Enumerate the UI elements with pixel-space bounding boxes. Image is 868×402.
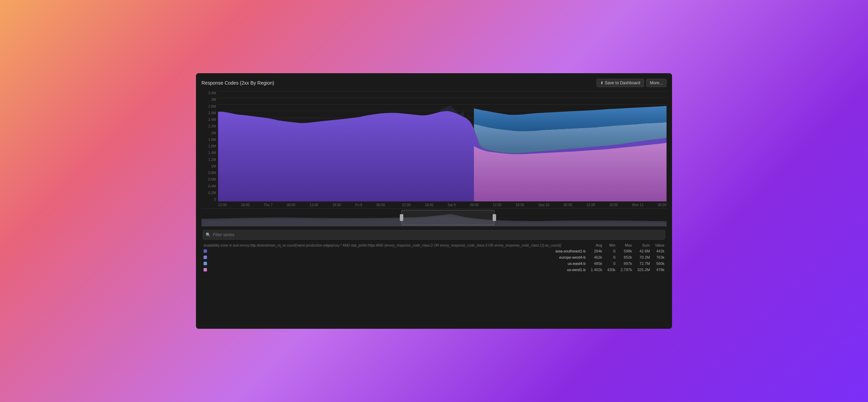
series-avg: 485k — [588, 260, 604, 267]
series-color-swatch — [204, 268, 207, 271]
filter-area: 🔍 — [201, 227, 667, 242]
series-color-cell — [201, 254, 209, 260]
legend-table: availability-zone in sum:envoy.http.down… — [201, 242, 667, 273]
save-icon: ⬆ — [600, 81, 603, 85]
series-value: 560k — [652, 260, 667, 267]
series-sum: 70.2M — [634, 254, 652, 260]
series-max: 852k — [618, 254, 634, 260]
series-max: 2.797k — [618, 267, 634, 273]
series-value: 478k — [652, 267, 667, 273]
series-value: 442k — [652, 248, 667, 254]
series-max: 897k — [618, 260, 634, 267]
series-color-cell — [201, 260, 209, 267]
series-min: 0 — [604, 254, 618, 260]
minimap-area[interactable] — [201, 209, 667, 227]
table-row: us-west1-b 1.402k 430k 2.797k 325.2M 478… — [201, 267, 667, 273]
series-min: 0 — [604, 248, 618, 254]
table-row: europe-west4-b 462k 0 852k 70.2M 763k — [201, 254, 667, 260]
col-min: Min — [604, 242, 618, 248]
chart-svg — [218, 91, 667, 201]
series-name[interactable]: us-east4-b — [209, 260, 588, 267]
y-axis: 3.4M 3M 2.8M 2.6M 2.4M 2.2M 2M 1.8M 1.6M… — [201, 91, 218, 201]
series-max: 598k — [618, 248, 634, 254]
legend-table-wrapper: availability-zone in sum:envoy.http.down… — [201, 242, 667, 273]
chart-panel: Response Codes (2xx By Region) ⬆ Save to… — [196, 73, 672, 329]
series-name[interactable]: europe-west4-b — [209, 254, 588, 260]
chart-plot — [218, 91, 667, 201]
more-button[interactable]: More... — [646, 79, 667, 87]
panel-header: Response Codes (2xx By Region) ⬆ Save to… — [201, 79, 667, 87]
series-min: 430k — [604, 267, 618, 273]
col-avg: Avg — [588, 242, 604, 248]
series-color-cell — [201, 248, 209, 254]
panel-actions: ⬆ Save to Dashboard More... — [596, 79, 667, 87]
series-value: 763k — [652, 254, 667, 260]
series-name[interactable]: asia-southeast1-b — [209, 248, 588, 254]
search-icon: 🔍 — [206, 232, 211, 237]
series-color-swatch — [204, 262, 207, 265]
series-min: 0 — [604, 260, 618, 267]
table-row: us-east4-b 485k 0 897k 72.7M 560k — [201, 260, 667, 267]
col-max: Max — [618, 242, 634, 248]
minimap-left-handle[interactable] — [400, 214, 403, 221]
x-axis: 12:00 18:00 Thu 7 06:00 12:00 18:00 Fri … — [218, 201, 667, 208]
panel-title: Response Codes (2xx By Region) — [201, 80, 274, 86]
col-value: Value — [652, 242, 667, 248]
col-name: availability-zone in sum:envoy.http.down… — [201, 242, 588, 248]
table-header-row: availability-zone in sum:envoy.http.down… — [201, 242, 667, 248]
table-row: asia-southeast1-b 284k 0 598k 42.6M 442k — [201, 248, 667, 254]
filter-input[interactable] — [203, 230, 665, 240]
series-sum: 72.7M — [634, 260, 652, 267]
series-avg: 1.402k — [588, 267, 604, 273]
series-name[interactable]: us-west1-b — [209, 267, 588, 273]
series-color-swatch — [204, 256, 207, 259]
series-avg: 462k — [588, 254, 604, 260]
series-sum: 325.2M — [634, 267, 652, 273]
chart-area: 3.4M 3M 2.8M 2.6M 2.4M 2.2M 2M 1.8M 1.6M… — [201, 91, 667, 209]
filter-wrapper: 🔍 — [203, 230, 665, 240]
series-avg: 284k — [588, 248, 604, 254]
col-sum: Sum — [634, 242, 652, 248]
series-sum: 42.6M — [634, 248, 652, 254]
save-to-dashboard-button[interactable]: ⬆ Save to Dashboard — [596, 79, 644, 87]
minimap-right-handle[interactable] — [493, 214, 496, 221]
series-color-swatch — [204, 249, 207, 253]
series-color-cell — [201, 267, 209, 273]
minimap-selection-window[interactable] — [402, 210, 495, 225]
